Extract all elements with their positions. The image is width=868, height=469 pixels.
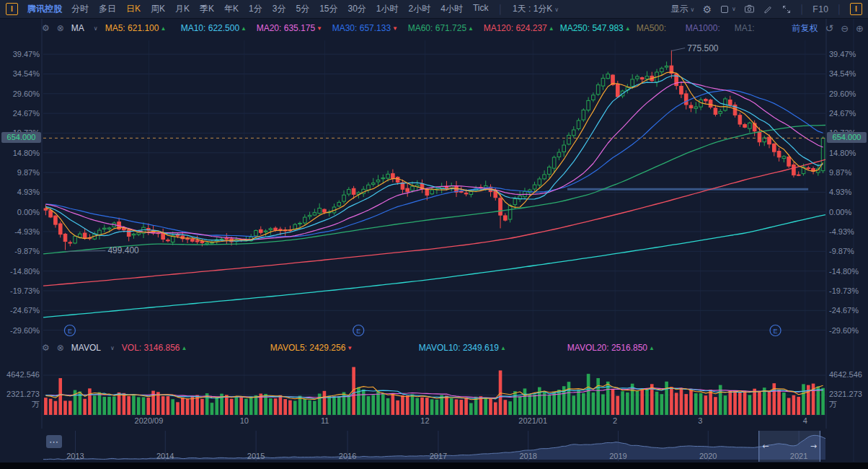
volume-axis-label: 4642.546: [829, 370, 862, 379]
ma-values: MA5: 621.100▲MA10: 622.500▲MA20: 635.175…: [105, 23, 778, 33]
indicator-label: MA10: 622.500: [181, 23, 239, 33]
ma-indicator-title[interactable]: MA: [71, 23, 84, 33]
indicator-label: VOL: 3146.856: [122, 343, 180, 353]
period-dropdown[interactable]: 1天 : 1分K∨: [513, 3, 559, 15]
high-price-annotation: 775.500: [687, 43, 718, 53]
svg-text:E: E: [356, 328, 360, 335]
timeframe-3分[interactable]: 3分: [273, 3, 286, 15]
y-axis-label: -4.93%: [829, 227, 868, 237]
chevron-down-icon: ∨: [110, 345, 115, 351]
down-arrow-icon: ▼: [392, 25, 398, 32]
y-axis-label: -24.67%: [829, 305, 868, 315]
date-axis-label: 10: [219, 416, 270, 425]
indicator-value-MA120: MA120: 624.237▲: [484, 23, 554, 33]
indicator-label: MA250: 547.983: [560, 23, 624, 33]
left-logo-icon[interactable]: I: [6, 3, 18, 15]
navigator-year-label: 2015: [231, 452, 281, 460]
f10-button[interactable]: F10: [812, 4, 828, 14]
navigator-year-label: 2021: [774, 452, 824, 460]
screenshot-camera-icon[interactable]: [744, 4, 755, 14]
indicator-value-MAVOL10: MAVOL10: 2349.619▲: [419, 343, 562, 353]
display-dropdown[interactable]: 显示∨: [671, 3, 695, 15]
indicator-label: MAVOL5: 2429.256: [270, 343, 346, 353]
timeframe-1小时[interactable]: 1小时: [376, 3, 399, 15]
up-arrow-icon: ▲: [625, 25, 631, 32]
up-arrow-icon: ▲: [649, 345, 655, 351]
top-toolbar: I 腾讯控股 分时多日日K周K月K季K年K1分3分5分15分30分1小时2小时4…: [0, 0, 868, 19]
zoom-in-icon[interactable]: ⊕: [856, 24, 864, 33]
date-axis-label: 11: [300, 416, 350, 425]
square-icon: [719, 4, 730, 14]
indicator-label-dim: MA1000:: [686, 23, 729, 33]
navigator-year-label: 2019: [593, 452, 643, 460]
indicator-settings-gear-icon[interactable]: ⚙: [42, 24, 50, 32]
selection-left-handle-icon[interactable]: ←: [762, 442, 769, 451]
navigator-more-button[interactable]: ⋯: [46, 435, 62, 448]
indicator-value-VOL: VOL: 3146.856▲: [122, 343, 265, 353]
volume-axis-unit: 万: [0, 399, 40, 410]
volume-axis-label: 2321.273: [829, 390, 862, 398]
indicator-label-dim: MA1:: [735, 23, 778, 33]
chevron-down-icon: ∨: [732, 6, 736, 12]
timeframe-多日[interactable]: 多日: [99, 3, 116, 15]
undo-icon[interactable]: ↺: [825, 23, 833, 33]
timeframe-list: 分时多日日K周K月K季K年K1分3分5分15分30分1小时2小时4小时Tick: [71, 3, 488, 15]
timeframe-周K[interactable]: 周K: [151, 3, 165, 15]
y-axis-label: 29.60%: [829, 89, 868, 99]
timeframe-季K[interactable]: 季K: [200, 3, 214, 15]
timeframe-Tick[interactable]: Tick: [473, 3, 489, 15]
timeframe-5分[interactable]: 5分: [296, 3, 309, 15]
current-price-tag: 654.000: [1, 132, 41, 143]
timeframe-日K[interactable]: 日K: [126, 3, 141, 15]
timeframe-30分[interactable]: 30分: [348, 3, 366, 15]
chevron-down-icon: ∨: [554, 6, 559, 13]
y-axis-label: 14.80%: [829, 148, 868, 158]
forward-adjust-link[interactable]: 前复权: [792, 22, 818, 35]
indicator-value-MA20: MA20: 635.175▼: [257, 23, 327, 33]
chevron-down-icon: ∨: [691, 6, 695, 13]
timeframe-月K[interactable]: 月K: [175, 3, 190, 15]
fullscreen-expand-icon[interactable]: [781, 4, 792, 14]
toolbar-divider: │: [837, 4, 843, 14]
up-arrow-icon: ▲: [182, 345, 187, 351]
right-logo-icon[interactable]: I: [850, 3, 862, 15]
timeframe-2小时[interactable]: 2小时: [409, 3, 431, 15]
y-axis-label: -4.93%: [0, 227, 40, 237]
navigator-year-label: 2018: [503, 452, 554, 460]
indicator-value-MA250: MA250: 547.983▲: [560, 23, 631, 33]
draw-pencil-icon[interactable]: [763, 4, 774, 14]
volume-axis-label: 4642.546: [0, 370, 40, 379]
y-axis-label: -29.60%: [829, 325, 868, 336]
layout-grid-dropdown[interactable]: ∨: [719, 4, 736, 14]
toolbar-right-group: 显示∨ ⚙ ∨ │ F10 │ I: [671, 3, 862, 15]
indicator-value-MA60: MA60: 671.725▲: [408, 23, 478, 33]
mavol-indicator-title[interactable]: MAVOL: [71, 343, 101, 353]
timeframe-1分[interactable]: 1分: [249, 3, 262, 15]
up-arrow-icon: ▲: [160, 25, 166, 32]
indicator-label: MA20: 635.175: [257, 23, 315, 33]
y-axis-label: 0.00%: [0, 207, 40, 217]
y-axis-label: -19.73%: [0, 286, 40, 296]
y-axis-label: 39.47%: [829, 49, 868, 59]
ma-row-right-group: 前复权 ↺ ⊖ ⊕: [792, 22, 864, 35]
selection-right-handle-icon[interactable]: →: [810, 442, 817, 451]
chart-canvas[interactable]: ←→EEE: [0, 0, 868, 469]
y-axis-label: 14.80%: [0, 148, 40, 158]
indicator-value-MA5: MA5: 621.100▲: [105, 23, 175, 33]
timeframe-15分[interactable]: 15分: [319, 3, 337, 15]
timeframe-分时[interactable]: 分时: [71, 3, 89, 15]
y-axis-label: 34.54%: [829, 69, 868, 79]
indicator-close-icon[interactable]: ⊗: [57, 24, 64, 32]
date-axis-label: 2021/01: [508, 416, 558, 425]
navigator-year-label: 2013: [50, 452, 100, 460]
zoom-out-icon[interactable]: ⊖: [841, 24, 849, 33]
indicator-settings-gear-icon[interactable]: ⚙: [42, 343, 50, 352]
gear-icon[interactable]: ⚙: [702, 4, 712, 14]
date-axis-label: 2020/09: [123, 416, 174, 425]
timeframe-年K[interactable]: 年K: [224, 3, 239, 15]
indicator-close-icon[interactable]: ⊗: [57, 343, 64, 352]
symbol-name[interactable]: 腾讯控股: [27, 3, 62, 15]
indicator-label: MAVOL20: 2516.850: [567, 343, 647, 353]
timeframe-4小时[interactable]: 4小时: [440, 3, 463, 15]
low-price-annotation: 499.400: [107, 245, 138, 255]
